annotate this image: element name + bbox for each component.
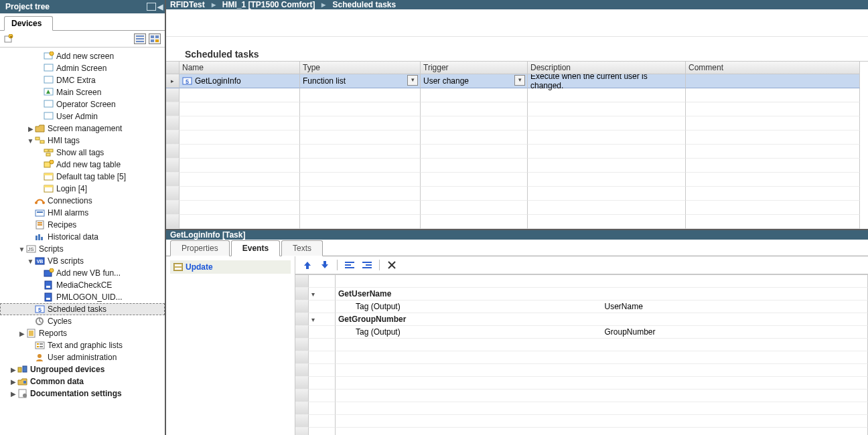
add-item-icon[interactable]: ✶	[4, 34, 13, 44]
param-name[interactable]: Tag (Output)	[336, 300, 602, 313]
param-value[interactable]: GroupNumber	[602, 326, 869, 339]
task-add-row[interactable]	[166, 88, 868, 102]
cell-trigger[interactable]: User change	[421, 74, 528, 88]
project-tree[interactable]: Add new screenAdmin ScreenDMC ExtraMain …	[0, 48, 165, 435]
tree-twist-icon[interactable]: ▶	[9, 390, 17, 398]
row-header[interactable]	[166, 74, 179, 88]
func-row-header[interactable]	[295, 288, 309, 300]
view-list-icon[interactable]	[134, 33, 146, 44]
delete-icon[interactable]	[386, 260, 397, 270]
tree-item[interactable]: Default tag table [5]	[0, 171, 165, 183]
func-twist[interactable]	[309, 313, 336, 326]
tree-item-label: DMC Extra	[56, 76, 96, 85]
tree-item[interactable]: Recipes	[0, 219, 165, 231]
tree-item[interactable]: Login [4]	[0, 183, 165, 195]
func-row-header[interactable]	[295, 313, 309, 326]
tree-item[interactable]: ▶Reports	[0, 327, 165, 339]
tree-item[interactable]: Show all tags	[0, 147, 165, 159]
col-comment[interactable]: Comment	[686, 62, 860, 74]
breadcrumb-part[interactable]: RFIDTest	[170, 0, 205, 9]
svg-rect-54	[37, 343, 39, 345]
tree-item[interactable]: ▼HMI tags	[0, 135, 165, 147]
screen-main-icon	[44, 88, 54, 97]
pane-layout-icon[interactable]	[147, 3, 156, 11]
move-up-icon[interactable]	[302, 260, 313, 270]
tree-item[interactable]: Add new screen	[0, 50, 165, 62]
devices-tab[interactable]: Devices	[4, 16, 53, 31]
col-name[interactable]: Name	[179, 62, 300, 74]
task-row[interactable]: 5GetLoginInfoFunction listUser changeExe…	[166, 74, 868, 88]
tree-item[interactable]: PMLOGON_UID...	[0, 291, 165, 303]
tree-item[interactable]: Add new tag table	[0, 159, 165, 171]
tree-item[interactable]: Connections	[0, 195, 165, 207]
tree-item-label: Default tag table [5]	[56, 172, 126, 181]
indent-icon[interactable]	[362, 260, 372, 270]
tree-item[interactable]: Text and graphic lists	[0, 339, 165, 351]
tree-item[interactable]: Operator Screen	[0, 98, 165, 110]
col-type[interactable]: Type	[300, 62, 421, 74]
outdent-icon[interactable]	[344, 260, 355, 270]
tree-twist-icon[interactable]: ▶	[9, 366, 17, 373]
tree-twist-icon[interactable]: ▼	[26, 258, 35, 265]
tab-events[interactable]: Events	[231, 240, 280, 256]
col-trigger[interactable]: Trigger	[421, 62, 528, 74]
svg-rect-31	[37, 211, 43, 213]
svg-rect-61	[23, 381, 26, 383]
param-name[interactable]: Tag (Output)	[336, 326, 602, 339]
tree-twist-icon[interactable]: ▶	[26, 125, 35, 133]
ungrouped-icon	[17, 365, 28, 374]
cell-description[interactable]: Execute when the current user is changed…	[528, 74, 686, 88]
tree-item[interactable]: ▶Common data	[0, 375, 165, 387]
tree-item-label: Common data	[30, 377, 84, 386]
tree-item[interactable]: 5Scheduled tasks	[0, 303, 165, 315]
task-detail-title: GetLoginInfo [Task]	[166, 230, 868, 240]
add-function-label[interactable]	[336, 339, 602, 351]
function-list-grid[interactable]: GetUserNameTag (Output)UserNameGetGroupN…	[295, 274, 868, 435]
tree-item-label: Scripts	[39, 244, 64, 254]
tree-item[interactable]: ▶Ungrouped devices	[0, 363, 165, 375]
tab-properties[interactable]: Properties	[170, 240, 230, 256]
cell-comment[interactable]	[686, 74, 860, 88]
col-description[interactable]: Description	[528, 62, 686, 74]
view-tree-icon[interactable]	[149, 33, 161, 44]
cell-name[interactable]: 5GetLoginInfo	[179, 74, 300, 88]
tree-item[interactable]: MediaCheckCE	[0, 279, 165, 291]
svg-rect-45	[46, 286, 50, 288]
tree-twist-icon[interactable]: ▶	[17, 330, 26, 337]
add-new-label[interactable]	[179, 88, 300, 102]
tree-item[interactable]: Add new VB fun...	[0, 267, 165, 279]
func-twist[interactable]	[309, 288, 336, 300]
tree-item-label: Cycles	[48, 317, 72, 326]
tree-item[interactable]: Admin Screen	[0, 62, 165, 74]
cell-type[interactable]: Function list	[300, 74, 421, 88]
breadcrumb-part[interactable]: Scheduled tasks	[332, 0, 396, 9]
pane-collapse-icon[interactable]: ◀	[157, 3, 163, 11]
function-name[interactable]: GetUserName	[336, 288, 602, 300]
tree-item[interactable]: Historical data	[0, 231, 165, 243]
tree-item[interactable]: User administration	[0, 351, 165, 363]
svg-rect-19	[44, 149, 48, 152]
tree-item[interactable]: ▶Documentation settings	[0, 387, 165, 400]
tree-item-label: User administration	[48, 353, 117, 362]
screen-icon	[44, 64, 54, 73]
event-icon	[173, 263, 183, 271]
tree-twist-icon[interactable]: ▼	[17, 246, 26, 253]
tree-twist-icon[interactable]: ▶	[9, 378, 17, 385]
tree-item[interactable]: ▼VBVB scripts	[0, 255, 165, 267]
screen-icon	[44, 76, 54, 85]
event-update[interactable]: Update	[170, 260, 291, 274]
tree-item[interactable]: Cycles	[0, 315, 165, 327]
tree-item[interactable]: ▼JSScripts	[0, 243, 165, 255]
tab-texts[interactable]: Texts	[281, 240, 323, 256]
tree-twist-icon[interactable]: ▼	[26, 137, 35, 145]
tree-item[interactable]: Main Screen	[0, 86, 165, 98]
tree-item[interactable]: DMC Extra	[0, 74, 165, 86]
tree-item[interactable]: HMI alarms	[0, 207, 165, 219]
tree-item[interactable]: User Admin	[0, 110, 165, 122]
scheduled-tasks-grid[interactable]: Name Type Trigger Description Comment 5G…	[166, 61, 868, 229]
move-down-icon[interactable]	[319, 260, 330, 270]
param-value[interactable]: UserName	[602, 300, 869, 313]
breadcrumb-part[interactable]: HMI_1 [TP1500 Comfort]	[222, 0, 315, 9]
tree-item[interactable]: ▶Screen management	[0, 122, 165, 135]
function-name[interactable]: GetGroupNumber	[336, 313, 602, 326]
